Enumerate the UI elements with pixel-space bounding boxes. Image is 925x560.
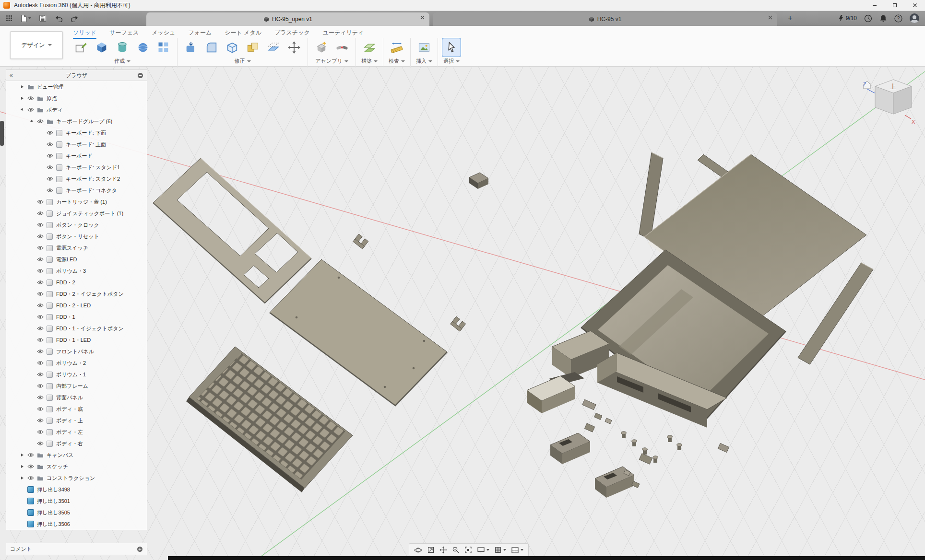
tree-row[interactable]: ビュー管理 — [6, 81, 147, 93]
tree-row[interactable]: キーボード: 上面 — [6, 139, 147, 150]
tree-row[interactable]: キーボード — [6, 150, 147, 162]
model-keyboard-top-bezel[interactable] — [153, 158, 311, 303]
collapse-panel-icon[interactable]: « — [10, 72, 13, 79]
visibility-eye-icon[interactable] — [36, 222, 45, 227]
tree-row[interactable]: FDD・1 — [6, 311, 147, 323]
viewport-layout-button[interactable] — [511, 547, 523, 554]
ribbon-tab[interactable]: サーフェス — [109, 27, 139, 39]
visibility-eye-icon[interactable] — [36, 211, 45, 216]
tree-row[interactable]: 内部フレーム — [6, 380, 147, 392]
visibility-eye-icon[interactable] — [36, 303, 45, 308]
ribbon-tab[interactable]: ソリッド — [73, 27, 96, 39]
tree-row[interactable]: ボタン・リセット — [6, 231, 147, 242]
tree-row[interactable]: 背面パネル — [6, 392, 147, 403]
visibility-eye-icon[interactable] — [36, 326, 45, 331]
comments-options-icon[interactable] — [137, 546, 143, 552]
look-at-button[interactable] — [427, 546, 435, 554]
tree-row[interactable]: キーボード: 下面 — [6, 127, 147, 139]
help-icon[interactable]: ? — [894, 14, 902, 23]
visibility-eye-icon[interactable] — [45, 165, 55, 170]
visibility-eye-icon[interactable] — [45, 176, 55, 181]
tree-row[interactable]: ボディ — [6, 104, 147, 116]
file-menu-button[interactable] — [20, 14, 31, 23]
ribbon-tab[interactable]: メッシュ — [152, 27, 175, 39]
insert-image-button[interactable] — [415, 38, 433, 57]
ribbon-tab[interactable]: シート メタル — [225, 27, 261, 39]
visibility-eye-icon[interactable] — [26, 96, 36, 101]
document-tab-active[interactable]: HC-95_open v1 — [146, 12, 429, 26]
visibility-eye-icon[interactable] — [26, 107, 36, 112]
tree-row[interactable]: キーボード: スタンド2 — [6, 173, 147, 185]
tree-row[interactable]: フロントパネル — [6, 346, 147, 357]
tree-row[interactable]: FDD・1・イジェクトボタン — [6, 323, 147, 334]
save-button[interactable] — [39, 14, 47, 22]
tree-row[interactable]: 押し出し3498 — [6, 484, 147, 495]
display-settings-button[interactable] — [477, 547, 489, 554]
group-create-label[interactable]: 作成 — [114, 58, 130, 65]
notifications-bell-icon[interactable] — [879, 14, 887, 23]
group-construct-label[interactable]: 構築 — [361, 58, 378, 65]
tree-row[interactable]: ボディ・右 — [6, 438, 147, 449]
expander-icon[interactable] — [19, 465, 26, 468]
tree-row[interactable]: コンストラクション — [6, 472, 147, 484]
fit-button[interactable] — [464, 546, 472, 554]
visibility-eye-icon[interactable] — [36, 245, 45, 250]
job-status-badge[interactable]: 9/10 — [838, 15, 857, 22]
tree-row[interactable]: カートリッジ・蓋 (1) — [6, 196, 147, 208]
model-keyboard-stand-1[interactable] — [353, 234, 368, 249]
sphere-button[interactable] — [134, 38, 152, 57]
group-assembly-label[interactable]: アセンブリ — [315, 58, 348, 65]
tree-row[interactable]: キーボードグループ (6) — [6, 116, 147, 127]
visibility-eye-icon[interactable] — [36, 234, 45, 239]
tree-row[interactable]: キャンバス — [6, 449, 147, 461]
expander-icon[interactable] — [19, 477, 26, 479]
expander-icon[interactable] — [19, 85, 26, 88]
tree-row[interactable]: ボリウム・1 — [6, 369, 147, 380]
tab-close-icon[interactable] — [420, 15, 425, 20]
visibility-eye-icon[interactable] — [36, 119, 45, 124]
joint-button[interactable] — [333, 38, 351, 57]
model-keyboard-connector[interactable] — [469, 173, 488, 189]
pan-button[interactable] — [439, 546, 447, 554]
viewport-canvas[interactable]: 上 Z X « ブラウザ — [0, 66, 925, 560]
model-joystick-port[interactable] — [550, 433, 590, 464]
tree-row[interactable]: ボリウム・3 — [6, 265, 147, 277]
expander-icon[interactable] — [19, 97, 26, 100]
visibility-eye-icon[interactable] — [45, 130, 55, 135]
tree-row[interactable]: ボタン・クロック — [6, 219, 147, 231]
create-sketch-button[interactable] — [72, 38, 90, 57]
expander-icon[interactable] — [19, 454, 26, 456]
left-edge-scrollbar[interactable] — [0, 121, 4, 146]
visibility-eye-icon[interactable] — [45, 153, 55, 158]
redo-button[interactable] — [71, 15, 79, 22]
group-modify-label[interactable]: 修正 — [235, 58, 251, 65]
comments-bar[interactable]: コメント — [6, 543, 147, 555]
tree-row[interactable]: FDD・1・LED — [6, 334, 147, 346]
maximize-button[interactable] — [885, 0, 905, 11]
move-button[interactable] — [285, 38, 303, 57]
visibility-eye-icon[interactable] — [36, 268, 45, 273]
undo-button[interactable] — [54, 15, 63, 22]
visibility-eye-icon[interactable] — [36, 441, 45, 446]
visibility-eye-icon[interactable] — [26, 453, 36, 457]
select-button[interactable] — [442, 38, 461, 57]
visibility-eye-icon[interactable] — [36, 280, 45, 285]
visibility-eye-icon[interactable] — [36, 372, 45, 377]
tree-row[interactable]: 押し出し3505 — [6, 507, 147, 518]
tree-row[interactable]: スケッチ — [6, 461, 147, 472]
tree-row[interactable]: 電源スイッチ — [6, 242, 147, 254]
shell-button[interactable] — [223, 38, 241, 57]
visibility-eye-icon[interactable] — [36, 384, 45, 388]
close-button[interactable] — [905, 0, 925, 11]
visibility-eye-icon[interactable] — [36, 257, 45, 262]
orbit-button[interactable] — [414, 546, 422, 554]
visibility-eye-icon[interactable] — [36, 315, 45, 319]
tree-row[interactable]: 押し出し3501 — [6, 495, 147, 507]
panel-options-icon[interactable] — [137, 72, 143, 79]
tree-row[interactable]: FDD・2 — [6, 277, 147, 288]
visibility-eye-icon[interactable] — [36, 418, 45, 423]
combine-button[interactable] — [244, 38, 262, 57]
ribbon-tab[interactable]: フォーム — [188, 27, 212, 39]
expander-icon[interactable] — [19, 108, 26, 111]
view-cube[interactable]: 上 Z X — [863, 80, 915, 125]
